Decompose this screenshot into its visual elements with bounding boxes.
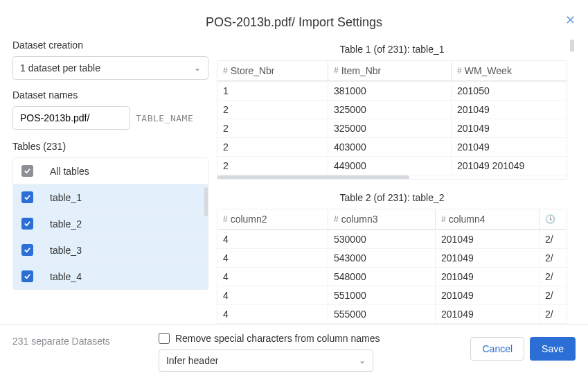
save-button[interactable]: Save [530,337,576,361]
cell: 325000 [328,101,452,119]
dataset-names-input[interactable] [12,106,130,130]
column-name: column2 [231,214,267,225]
table-row: 1381000201050 [217,81,567,100]
number-type-icon: # [223,214,228,224]
cell: 548000 [328,268,436,286]
number-type-icon: # [441,214,446,224]
cell: 4 [217,268,328,286]
checkbox-icon[interactable] [21,244,33,256]
table-name: table_2 [50,218,82,230]
dataset-creation-value: 1 dataset per table [20,62,100,74]
checkbox-icon[interactable] [21,191,33,203]
cell: 201050 [452,82,567,100]
table-row: 45430002010492/ [217,248,567,267]
cell: 2/ [540,249,560,267]
cell: 201049 [452,138,567,156]
table-row: 45510002010492/ [217,286,567,304]
column-name: Item_Nbr [341,65,382,76]
header-mode-select[interactable]: Infer header ⌄ [159,349,373,372]
cell: 4 [217,305,328,323]
cell: 551000 [328,286,436,304]
cell: 325000 [328,119,452,137]
cell: 201049 [436,268,540,286]
table-list-item[interactable]: table_2 [13,211,208,237]
datasets-summary: 231 separate Datasets [12,333,110,347]
cell: 4 [217,230,328,248]
number-type-icon: # [334,66,339,76]
all-tables-label: All tables [50,166,89,177]
table-name: table_4 [50,271,82,282]
table-row: 2449000201049 201049 [217,156,567,175]
column-name: column4 [449,214,485,225]
checkbox-icon[interactable] [21,270,33,282]
tables-list: All tables table_1 table_2 table_3 [12,157,208,290]
cell: 201049 [452,119,567,137]
cell: 2 [217,119,328,137]
clock-type-icon: 🕓 [545,214,555,224]
number-type-icon: # [223,66,228,76]
table-list-item[interactable]: table_1 [13,184,208,211]
cell: 555000 [328,305,436,323]
header-mode-value: Infer header [166,355,219,366]
horizontal-scrollbar[interactable] [217,175,567,179]
column-name: column3 [341,214,378,225]
scrollbar-thumb[interactable] [204,187,208,216]
dataset-creation-select[interactable]: 1 dataset per table ⌄ [12,56,208,80]
cell: 4 [217,286,328,304]
cell: 2/ [540,305,560,323]
table-row: 45480002010492/ [217,267,567,286]
checkbox-icon[interactable] [21,165,33,177]
cell: 2/ [540,286,560,304]
cell: 201049 [436,286,540,304]
horizontal-scrollbar[interactable] [217,323,567,324]
cell: 201049 [436,230,540,248]
remove-chars-checkbox-row[interactable]: Remove special characters from column na… [159,333,454,344]
table-list-item[interactable]: table_4 [13,264,208,289]
scrollbar-thumb[interactable] [217,175,409,180]
dataset-names-label: Dataset names [12,89,208,101]
cell: 2 [217,101,328,119]
cell: 1 [217,82,328,100]
cell: 543000 [328,249,436,267]
number-type-icon: # [334,214,339,224]
remove-chars-label: Remove special characters from column na… [175,333,380,344]
close-icon[interactable]: ✕ [565,14,576,26]
cell: 201049 [436,249,540,267]
cell: 2 [217,138,328,156]
table-preview: #column2 #column3 #column4 🕓 45300002010… [217,209,567,324]
table-preview: #Store_Nbr #Item_Nbr #WM_Week 1381000201… [217,60,567,180]
preview-pane: Table 1 (of 231): table_1 #Store_Nbr #It… [217,40,576,324]
number-type-icon: # [457,66,462,76]
table-row: 45550002010492/ [217,304,567,323]
cell: 2/ [540,268,560,286]
all-tables-row[interactable]: All tables [13,158,208,184]
dataset-names-suffix: TABLE_NAME [136,113,193,123]
chevron-down-icon: ⌄ [359,356,366,365]
settings-sidebar: Dataset creation 1 dataset per table ⌄ D… [12,40,217,324]
column-name: WM_Week [465,65,512,76]
cell: 403000 [328,138,452,156]
modal-title: POS-2013b.pdf/ Import Settings [206,15,382,29]
cell: 201049 [452,101,567,119]
table-row: 2325000201049 [217,119,567,137]
table-list-item[interactable]: table_3 [13,237,208,264]
cancel-button[interactable]: Cancel [470,337,524,361]
column-name: Store_Nbr [231,65,275,76]
cell: 201049 [436,305,540,323]
cell: 201049 201049 [452,157,567,175]
table-row: 45300002010492/ [217,230,567,248]
table-preview-title: Table 2 (of 231): table_2 [217,192,567,203]
checkbox-icon[interactable] [159,333,170,344]
tables-count-label: Tables (231) [12,141,208,152]
cell: 449000 [328,157,452,175]
chevron-down-icon: ⌄ [194,63,201,73]
dataset-creation-label: Dataset creation [12,40,208,51]
checkbox-icon[interactable] [21,218,33,230]
table-row: 2403000201049 [217,137,567,156]
cell: 530000 [328,230,436,248]
cell: 381000 [328,82,452,100]
cell: 2/ [540,230,560,248]
table-preview-title: Table 1 (of 231): table_1 [217,44,567,55]
table-name: table_3 [50,245,82,256]
table-row: 2325000201049 [217,100,567,119]
